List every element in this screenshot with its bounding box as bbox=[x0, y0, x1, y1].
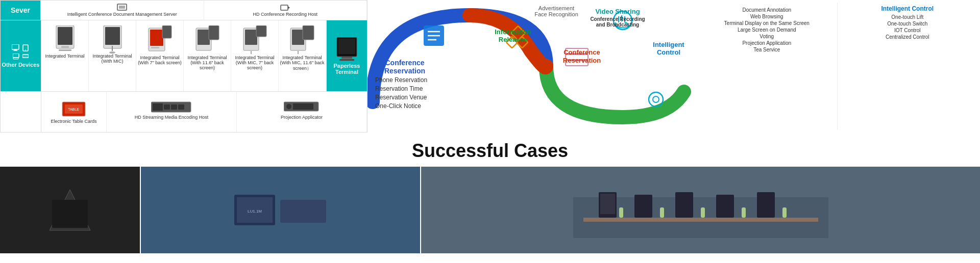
info-release-label: Information Releasse bbox=[482, 28, 544, 43]
device-label: Integrated Terminal (With 7" back screen… bbox=[136, 55, 183, 65]
svg-rect-37 bbox=[338, 39, 355, 54]
svg-rect-47 bbox=[178, 104, 184, 110]
svg-rect-18 bbox=[105, 27, 120, 45]
ic-item-3: Centralized Control bbox=[886, 34, 929, 40]
svg-text:LU1.1M: LU1.1M bbox=[248, 209, 262, 214]
svg-rect-14 bbox=[58, 27, 72, 45]
video-sharing-label: Video Sharing bbox=[587, 8, 648, 15]
device-integrated-terminal-7back: Integrated Terminal (With 7" back screen… bbox=[136, 20, 184, 91]
svg-rect-83 bbox=[701, 207, 705, 218]
advertisement-label: Advertisement bbox=[531, 5, 582, 11]
svg-rect-30 bbox=[256, 25, 266, 37]
paperless-terminal-device: Paperless Terminal bbox=[326, 20, 367, 91]
svg-text:TABLE: TABLE bbox=[68, 108, 79, 111]
conf-res-item-0: Document Annotation bbox=[742, 7, 791, 13]
intelligent-control-label: Intelligent Control bbox=[646, 41, 692, 56]
svg-rect-23 bbox=[151, 47, 159, 48]
svg-rect-26 bbox=[198, 30, 210, 45]
svg-rect-22 bbox=[150, 30, 163, 46]
svg-rect-4 bbox=[12, 44, 19, 49]
device-projection: Projection Applicator bbox=[237, 92, 367, 132]
conf-res-item-5: Projection Application bbox=[742, 40, 791, 46]
other-devices-column: Other Devices bbox=[1, 20, 41, 91]
svg-rect-80 bbox=[583, 218, 818, 222]
successful-cases-title: Successful Cases bbox=[0, 140, 980, 162]
svg-marker-3 bbox=[288, 6, 290, 9]
device-electronic-cards: TABLE Electronic Table Cards bbox=[41, 92, 107, 132]
device-integrated-terminal-mic: Integrated Terminal (With MIC) bbox=[89, 20, 136, 91]
device-label: HD Streaming Media Encoding Host bbox=[135, 115, 209, 120]
device-label: Integrated Terminal (With 11.6" back scr… bbox=[184, 55, 231, 70]
server-item-recording: HD Conference Recording Host bbox=[204, 1, 368, 20]
svg-rect-6 bbox=[13, 50, 18, 51]
svg-rect-79 bbox=[757, 192, 775, 218]
svg-rect-16 bbox=[59, 49, 71, 51]
svg-rect-9 bbox=[13, 54, 19, 58]
device-label: Integrated Terminal bbox=[45, 54, 85, 59]
device-label: Integrated Terminal (With MIC, 7" back s… bbox=[231, 55, 278, 70]
svg-rect-39 bbox=[339, 59, 354, 61]
device-label: Projection Applicator bbox=[281, 115, 323, 120]
svg-rect-50 bbox=[293, 103, 313, 110]
bottom-image-2: LU1.1M bbox=[141, 167, 421, 253]
paperless-terminal-label: Paperless Terminal bbox=[327, 63, 367, 75]
device-integrated-terminal-11back: Integrated Terminal (With 11.6" back scr… bbox=[184, 20, 231, 91]
reservation-time: Reservation Time bbox=[375, 85, 447, 92]
svg-rect-75 bbox=[600, 194, 615, 214]
svg-rect-46 bbox=[171, 104, 177, 110]
bottom-image-3 bbox=[421, 167, 980, 253]
right-features-panel: Document Annotation Web Browsing Termina… bbox=[694, 0, 980, 133]
conf-res-item-6: Tea Service bbox=[753, 47, 780, 52]
svg-rect-77 bbox=[675, 192, 693, 218]
svg-rect-33 bbox=[292, 30, 304, 45]
conf-res-item-4: Voting bbox=[760, 34, 774, 39]
svg-rect-2 bbox=[281, 5, 288, 10]
device-integrated-terminal-mic7: Integrated Terminal (With MIC, 7" back s… bbox=[231, 20, 279, 91]
svg-point-62 bbox=[653, 96, 659, 102]
right-col-intelligent-control: Intelligent Control One-touch Lift One-t… bbox=[838, 3, 978, 130]
svg-rect-68 bbox=[52, 200, 88, 228]
svg-rect-81 bbox=[619, 207, 623, 218]
conf-reservation-right-label: Conference Reservation bbox=[556, 48, 607, 64]
conf-reservation-label: Conference Reservation bbox=[372, 59, 438, 75]
svg-rect-34 bbox=[303, 25, 314, 40]
right-col-conference-res: Document Annotation Web Browsing Termina… bbox=[697, 3, 838, 130]
svg-rect-78 bbox=[716, 195, 734, 218]
conf-res-item-1: Web Browsing bbox=[750, 14, 783, 19]
svg-rect-76 bbox=[634, 195, 652, 218]
intelligent-control-title: Intelligent Control bbox=[881, 5, 934, 12]
device-label: Integrated Terminal (With MIC, 11.6" bac… bbox=[279, 55, 326, 72]
device-label: Integrated Terminal (With MIC) bbox=[89, 54, 136, 64]
svg-rect-38 bbox=[341, 57, 352, 59]
other-devices-label: Other Devices bbox=[2, 62, 40, 68]
face-recognition-label: Face Recognition bbox=[531, 11, 582, 17]
conf-res-item-3: Large Screen on Demand bbox=[738, 27, 796, 33]
device-hd-streaming: HD Streaming Media Encoding Host bbox=[107, 92, 237, 132]
device-label: Electronic Table Cards bbox=[51, 119, 97, 124]
svg-rect-10 bbox=[13, 58, 18, 59]
svg-rect-27 bbox=[209, 25, 219, 40]
ic-item-0: One-touch Lift bbox=[891, 14, 923, 20]
ic-item-1: One-touch Switch bbox=[887, 21, 927, 27]
device-integrated-terminal-mic11: Integrated Terminal (With MIC, 11.6" bac… bbox=[279, 20, 326, 91]
conf-res-item-2: Terminal Display on the Same Screen bbox=[724, 20, 810, 26]
reservation-venue: Reservation Venue bbox=[375, 94, 447, 101]
phone-reservation: Phone Reservation bbox=[375, 76, 447, 84]
svg-rect-72 bbox=[280, 200, 326, 223]
svg-rect-29 bbox=[245, 30, 257, 45]
svg-rect-15 bbox=[61, 46, 69, 48]
svg-rect-5 bbox=[14, 49, 17, 50]
svg-point-49 bbox=[286, 104, 291, 109]
bottom-images-section: LU1.1M bbox=[0, 167, 980, 253]
successful-cases-section: Successful Cases bbox=[0, 133, 980, 167]
server-label: Sever bbox=[0, 0, 41, 20]
server-item-conference: Intelligent Conference Document Manageme… bbox=[41, 1, 204, 20]
svg-rect-85 bbox=[782, 207, 787, 218]
diagram-panel: Conference Reservation Phone Reservation… bbox=[368, 0, 694, 133]
svg-rect-1 bbox=[119, 6, 125, 9]
svg-rect-82 bbox=[660, 207, 664, 218]
svg-point-8 bbox=[25, 49, 26, 50]
one-click-notice: One-Click Notice bbox=[375, 102, 447, 110]
svg-rect-24 bbox=[162, 25, 172, 38]
svg-rect-84 bbox=[742, 207, 746, 218]
